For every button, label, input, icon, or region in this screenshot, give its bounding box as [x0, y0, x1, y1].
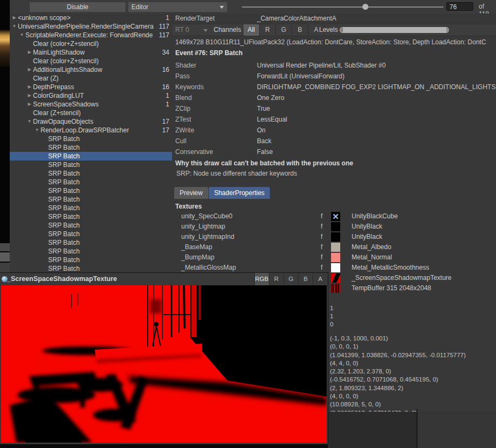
state-label: ZTest — [172, 114, 257, 125]
tree-item[interactable]: ▶DepthPrepass16 — [10, 83, 172, 91]
event-slider-thumb[interactable] — [362, 4, 368, 10]
state-value: True — [257, 103, 496, 114]
state-value: ForwardLit (UniversalForward) — [257, 71, 496, 82]
detail-tabs: PreviewShaderProperties — [174, 187, 270, 199]
texture-thumbnail — [331, 232, 340, 242]
preview-channel-a-button[interactable]: A — [313, 273, 327, 285]
texture-property: _BumpMap — [172, 252, 321, 263]
chevron-right-icon[interactable]: ▶ — [26, 48, 33, 57]
tree-item-label: AdditionalLightsShadow — [33, 65, 161, 74]
tree-item[interactable]: Clear (Z) — [10, 74, 172, 83]
tree-item[interactable]: SRP Batch — [10, 221, 172, 230]
tree-item[interactable]: SRP Batch — [10, 256, 172, 264]
texture-thumbnail — [331, 222, 340, 231]
tree-item[interactable]: SRP Batch — [10, 143, 172, 152]
tree-item-label: SRP Batch — [48, 161, 168, 169]
chevron-right-icon[interactable]: ▶ — [26, 65, 33, 74]
tree-item-count: 34 — [161, 48, 172, 57]
texture-row[interactable]: _BaseMapfMetal_Albedo — [172, 242, 496, 252]
chevron-right-icon[interactable]: ▶ — [26, 100, 33, 109]
channel-b-button[interactable]: B — [292, 24, 308, 36]
tree-item-label: SRP Batch — [48, 152, 168, 161]
tree-item[interactable]: ▼RenderLoop.DrawSRPBatcher17 — [10, 126, 172, 135]
tree-item[interactable]: SRP Batch — [10, 212, 172, 221]
tree-item[interactable]: SRP Batch — [10, 204, 172, 212]
shader-state-row: KeywordsDIRLIGHTMAP_COMBINED FOG_EXP2 LI… — [172, 82, 496, 92]
tree-item[interactable]: SRP Batch — [10, 152, 172, 161]
levels-range-slider[interactable] — [340, 27, 449, 33]
tree-item[interactable]: SRP Batch — [10, 238, 172, 247]
chevron-down-icon[interactable]: ▼ — [11, 22, 18, 31]
tree-indent — [10, 269, 41, 269]
channel-g-button[interactable]: G — [275, 24, 292, 36]
tree-item[interactable]: SRP Batch — [10, 247, 172, 256]
tab-preview[interactable]: Preview — [174, 187, 208, 199]
tree-item-label: <unknown scope> — [18, 14, 164, 22]
tree-item-count: 1 — [164, 100, 172, 109]
tree-item[interactable]: ▶ScreenSpaceShadows1 — [10, 100, 172, 109]
preview-channel-g-button[interactable]: G — [283, 273, 298, 285]
tree-item[interactable]: SRP Batch — [10, 186, 172, 195]
tree-item[interactable]: Clear (color+Z+stencil) — [10, 57, 172, 65]
preview-channel-r-button[interactable]: R — [269, 273, 283, 285]
vector-value: (2, 1.809323, 1.344886, 2) — [330, 384, 466, 392]
tree-item[interactable]: SRP Batch — [10, 178, 172, 186]
texture-row[interactable]: unity_LightmapfUnityBlack — [172, 222, 496, 232]
preview-channel-b-button[interactable]: B — [298, 273, 313, 285]
tree-item[interactable]: ▶MainLightShadow34 — [10, 48, 172, 57]
tree-item[interactable]: ▼ScriptableRenderer.Execute: ForwardRend… — [10, 31, 172, 39]
tree-indent — [10, 260, 41, 260]
textures-section-title: Textures — [175, 203, 202, 210]
tree-item[interactable]: ▼UniversalRenderPipeline.RenderSingleCam… — [10, 22, 172, 31]
texture-row[interactable]: unity_LightmapIndfUnityBlack — [172, 232, 496, 242]
target-selector-dropdown[interactable]: Editor — [128, 2, 227, 12]
texture-name: UnityBlack — [352, 222, 382, 232]
tree-item[interactable]: Clear (Z+stencil) — [10, 109, 172, 117]
event-number-input[interactable]: 76 — [446, 2, 473, 11]
channel-r-button[interactable]: R — [259, 24, 275, 36]
event-slider-track[interactable] — [242, 6, 444, 8]
shadowmap-preview-window: _ScreenSpaceShadowmapTexture RGBRGBA — [0, 273, 328, 444]
tree-item-label: Clear (Z+stencil) — [33, 109, 168, 117]
tree-item-count: 1 — [164, 91, 172, 100]
texture-row[interactable]: _MetallicGlossMapfMetal_MetallicSmoothne… — [172, 263, 496, 273]
vector-value: (10.08928, 5, 0, 0) — [330, 400, 466, 409]
background-block — [0, 243, 10, 251]
tree-item[interactable]: SRP Batch — [10, 264, 172, 273]
chevron-right-icon[interactable]: ▶ — [26, 91, 33, 100]
tree-item[interactable]: SRP Batch — [10, 169, 172, 178]
tab-shaderproperties[interactable]: ShaderProperties — [209, 187, 270, 199]
preview-titlebar[interactable]: _ScreenSpaceShadowmapTexture RGBRGBA — [0, 273, 328, 286]
state-label: Keywords — [172, 82, 257, 92]
state-label: ZClip — [172, 103, 257, 114]
tree-item[interactable]: SRP Batch — [10, 135, 172, 143]
tree-item[interactable]: ▶AdditionalLightsShadow16 — [10, 65, 172, 74]
tree-item-label: SRP Batch — [48, 238, 168, 247]
disable-button[interactable]: Disable — [30, 2, 125, 12]
tree-item[interactable]: SRP Batch — [10, 195, 172, 204]
state-value: One Zero — [257, 92, 496, 103]
channel-all-button[interactable]: All — [243, 24, 259, 36]
chevron-down-icon[interactable]: ▼ — [34, 126, 41, 135]
background-pane — [418, 412, 496, 448]
vector-values-column: (-1, 0.3, 1000, 0.001)(0, 0, 0, 1)(1.041… — [330, 335, 466, 417]
rt-index-dropdown[interactable]: RT 0 — [175, 24, 189, 36]
tree-item[interactable]: Clear (color+Z+stencil) — [10, 39, 172, 48]
texture-row[interactable]: unity_SpecCube0f✕UnityBlackCube — [172, 211, 496, 222]
chevron-right-icon[interactable]: ▶ — [26, 83, 33, 91]
tree-item-label: SRP Batch — [48, 212, 168, 221]
shader-state-row: ZTestLessEqual — [172, 114, 496, 125]
tree-item[interactable]: SRP Batch — [10, 230, 172, 238]
tree-item-label: SRP Batch — [48, 247, 168, 256]
tree-item-label: MainLightShadow — [33, 48, 161, 57]
chevron-down-icon[interactable]: ▼ — [26, 117, 33, 126]
tree-item[interactable]: SRP Batch — [10, 161, 172, 169]
chevron-right-icon[interactable]: ▶ — [11, 14, 18, 22]
tree-item[interactable]: ▶ColorGradingLUT1 — [10, 91, 172, 100]
tree-item[interactable]: ▶<unknown scope>1 — [10, 14, 172, 22]
texture-row[interactable]: _BumpMapfMetal_Normal — [172, 252, 496, 263]
float-values-column: 110 — [330, 304, 333, 329]
preview-channel-rgb-button[interactable]: RGB — [254, 273, 269, 285]
chevron-down-icon[interactable]: ▼ — [18, 31, 25, 39]
tree-item[interactable]: ▼DrawOpaqueObjects17 — [10, 117, 172, 126]
